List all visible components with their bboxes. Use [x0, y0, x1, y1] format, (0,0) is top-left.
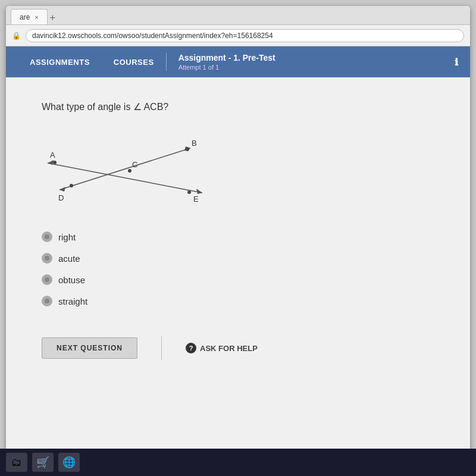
tab-close-button[interactable]: ×: [35, 14, 38, 21]
geometry-diagram: A B C D E: [42, 130, 208, 214]
bottom-bar: NEXT QUESTION ? ASK FOR HELP: [42, 336, 434, 360]
option-obtuse[interactable]: obtuse: [42, 274, 434, 285]
nav-courses[interactable]: COURSES: [102, 46, 166, 77]
nav-assignment-section: Assignment - 1. Pre-Test Attempt 1 of 1: [167, 53, 287, 71]
svg-point-15: [187, 190, 191, 194]
svg-text:A: A: [50, 151, 55, 159]
info-button[interactable]: ℹ: [455, 57, 458, 68]
radio-acute[interactable]: [42, 253, 52, 264]
nav-bar: ASSIGNMENTS COURSES Assignment - 1. Pre-…: [6, 46, 470, 77]
tab-bar: are × +: [6, 6, 470, 25]
label-straight: straight: [58, 296, 87, 306]
svg-text:B: B: [192, 139, 197, 148]
option-straight[interactable]: straight: [42, 296, 434, 306]
assignment-title: Assignment - 1. Pre-Test: [178, 53, 275, 62]
taskbar-store-button[interactable]: 🛒: [32, 453, 54, 472]
question-text: What type of angle is ∠ ACB?: [42, 101, 434, 112]
url-input[interactable]: davincik12.owschools.com/owsoo/studentAs…: [26, 29, 464, 42]
address-bar: 🔒 davincik12.owschools.com/owsoo/student…: [6, 25, 470, 46]
svg-text:E: E: [193, 195, 199, 203]
label-right: right: [58, 232, 76, 242]
label-acute: acute: [58, 253, 80, 264]
svg-marker-2: [196, 189, 202, 194]
svg-point-14: [70, 184, 73, 187]
diagram-svg: A B C D E: [42, 130, 208, 214]
nav-assignments[interactable]: ASSIGNMENTS: [18, 46, 102, 77]
active-tab[interactable]: are ×: [11, 9, 48, 24]
svg-text:C: C: [132, 160, 137, 169]
svg-point-12: [53, 161, 57, 164]
ask-help-label: ASK FOR HELP: [200, 344, 258, 353]
taskbar-files-button[interactable]: 🗂: [6, 453, 27, 472]
ask-for-help-button[interactable]: ? ASK FOR HELP: [186, 343, 258, 353]
attempt-label: Attempt 1 of 1: [178, 64, 275, 71]
radio-straight[interactable]: [42, 296, 52, 306]
radio-right[interactable]: [42, 231, 52, 242]
svg-point-13: [186, 148, 189, 151]
files-icon: 🗂: [11, 456, 22, 469]
option-right[interactable]: right: [42, 231, 434, 242]
content-area: What type of angle is ∠ ACB?: [6, 77, 470, 458]
store-icon: 🛒: [36, 456, 49, 469]
taskbar: 🗂 🛒 🌐: [0, 449, 476, 476]
browser-icon: 🌐: [62, 456, 76, 469]
lock-icon: 🔒: [12, 32, 21, 40]
svg-text:D: D: [58, 193, 64, 202]
separator: [161, 336, 162, 360]
svg-line-0: [48, 163, 202, 193]
taskbar-browser-button[interactable]: 🌐: [58, 453, 80, 472]
new-tab-button[interactable]: +: [50, 12, 55, 24]
next-question-button[interactable]: NEXT QUESTION: [42, 337, 137, 359]
answer-choices: right acute obtuse straight: [42, 231, 434, 306]
help-icon: ?: [186, 343, 196, 353]
svg-point-6: [128, 169, 131, 173]
radio-obtuse[interactable]: [42, 274, 52, 285]
label-obtuse: obtuse: [58, 275, 85, 285]
tab-title: are: [20, 13, 30, 21]
option-acute[interactable]: acute: [42, 253, 434, 264]
